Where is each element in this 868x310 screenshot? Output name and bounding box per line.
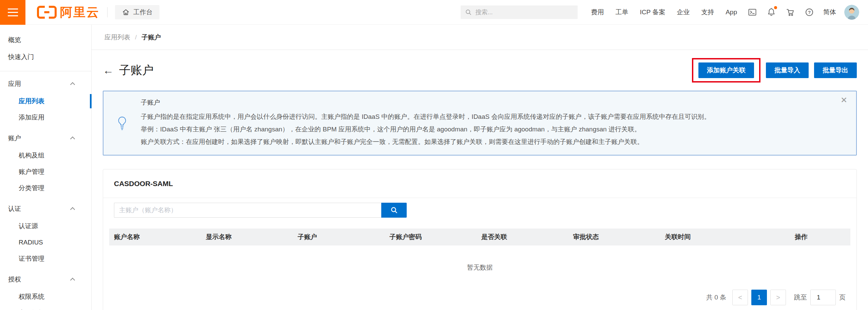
global-search-input[interactable] [476,9,574,16]
topbar-nav-item[interactable]: App [726,8,737,16]
pagination-jump-label: 跳至 [794,293,807,302]
table-header-cell: 账户名称 [109,233,201,241]
aliyun-logo-text: 阿里云 [60,4,100,21]
sidebar-item[interactable]: 证书管理 [0,251,91,267]
workbench-button[interactable]: 工作台 [115,5,159,19]
pagination-next-button[interactable]: > [770,290,786,305]
pagination-prev-button[interactable]: < [732,290,748,305]
global-search[interactable] [461,5,578,19]
account-search-bar [114,203,846,218]
close-icon[interactable]: ✕ [841,96,847,104]
sidebar-item[interactable]: 分类管理 [0,180,91,196]
search-button[interactable] [381,203,407,218]
lightbulb-icon [117,116,127,130]
sidebar-item[interactable]: 账户管理 [0,164,91,180]
table-header-cell: 子账户密码 [385,233,477,241]
language-switch[interactable]: 简体 [823,8,836,17]
sidebar-item[interactable]: 账户 [0,129,91,147]
sidebar-item-label: 应用列表 [19,97,44,106]
sidebar-item[interactable]: 应用授权 [0,305,91,310]
sidebar-item-label: 权限系统 [19,292,44,301]
sidebar-item[interactable]: RADIUS [0,234,91,251]
info-banner-line: 举例：IDaaS 中有主账户 张三（用户名 zhangsan），在企业的 BPM… [141,123,836,135]
sidebar-item[interactable]: 机构及组 [0,147,91,164]
batch-import-button[interactable]: 批量导入 [766,62,809,78]
sidebar-item-label: 授权 [8,275,21,284]
sidebar-item-label: 概览 [8,36,21,44]
application-card: CASDOOR-SAML 账户名称显示名称子账户子账户密码是否关联审批状态关联时… [103,169,857,310]
hamburger-menu-icon[interactable] [0,0,25,25]
sidebar-item-label: 认证源 [19,222,38,231]
table-header-cell: 是否关联 [477,233,568,241]
aliyun-logo-icon [37,6,57,19]
sidebar-item[interactable]: 添加应用 [0,109,91,126]
user-avatar[interactable] [844,5,859,20]
topbar-nav-item[interactable]: 支持 [701,8,714,17]
sidebar-item-label: 分类管理 [19,184,44,193]
notification-badge [774,6,777,9]
sidebar-item-label: RADIUS [19,239,43,246]
topbar-nav-item[interactable]: 费用 [591,8,604,17]
sidebar-item[interactable]: 认证 [0,200,91,218]
workbench-label: 工作台 [133,8,153,17]
info-banner: 子账户 子账户指的是在指定应用系统中，用户会以什么身份进行访问。主账户指的是 I… [103,91,857,156]
info-banner-title: 子账户 [141,98,836,107]
topbar-icons: ? [747,7,814,17]
batch-export-button[interactable]: 批量导出 [814,62,857,78]
cart-icon[interactable] [785,7,795,17]
breadcrumb-parent[interactable]: 应用列表 [104,33,130,42]
sidebar: 概览 快速入门 应用 应用列表 添加应用 账户 [0,25,92,310]
info-banner-line: 子账户指的是在指定应用系统中，用户会以什么身份进行访问。主账户指的是 IDaaS… [141,110,836,123]
pagination-page-unit: 页 [839,293,846,302]
pagination-total: 共 0 条 [706,293,726,302]
sidebar-item-label: 认证 [8,204,21,213]
sidebar-item-label: 账户 [8,134,21,143]
search-icon [465,8,472,16]
home-icon [122,8,130,16]
table-header-cell: 操作 [752,233,850,241]
sidebar-item-label: 应用授权 [19,309,44,310]
svg-text:?: ? [808,10,811,15]
topbar-nav-item[interactable]: 企业 [677,8,690,17]
sidebar-item[interactable]: 应用 [0,75,91,93]
table-empty-state: 暂无数据 [114,245,846,290]
sidebar-item[interactable]: 授权 [0,270,91,289]
sidebar-item[interactable]: 应用列表 [0,93,91,109]
pagination-current-page[interactable]: 1 [751,290,767,305]
page-header: ← 子账户 添加账户关联 批量导入 批量导出 [103,50,857,91]
notifications-bell-icon[interactable] [766,7,776,17]
topbar-nav-item[interactable]: 工单 [616,8,629,17]
pagination: 共 0 条 < 1 > 跳至 页 [114,290,846,310]
red-annotation-highlight: 添加账户关联 [692,58,760,83]
table-header-cell: 关联时间 [660,233,752,241]
application-name: CASDOOR-SAML [114,169,846,198]
search-icon [390,206,399,215]
topbar-nav: 费用工单ICP 备案企业支持App [591,8,737,17]
aliyun-logo[interactable]: 阿里云 [37,4,100,21]
help-icon[interactable]: ? [804,7,814,17]
page-title: 子账户 [119,62,154,78]
breadcrumb: 应用列表 / 子账户 [92,25,868,50]
sidebar-item[interactable]: 概览 [0,32,91,49]
pagination-jump-input[interactable] [810,290,836,305]
chevron-up-icon [70,207,75,212]
sidebar-item-label: 证书管理 [19,254,44,263]
divider [103,198,856,198]
topbar-nav-item[interactable]: ICP 备案 [640,8,666,17]
main-content: 应用列表 / 子账户 ← 子账户 添加账户关联 批量导入 批量导出 [92,25,868,310]
sidebar-item[interactable]: 认证源 [0,218,91,234]
add-account-link-button[interactable]: 添加账户关联 [698,62,754,78]
back-arrow-icon[interactable]: ← [103,65,114,76]
sidebar-item[interactable] [0,71,91,71]
sidebar-item[interactable]: 权限系统 [0,289,91,305]
sidebar-item-label: 账户管理 [19,167,44,176]
topbar: 阿里云 工作台 费用工单ICP 备案企业支持App [0,0,868,25]
divider [107,7,108,17]
primary-account-search-input[interactable] [114,203,381,218]
table-header-cell: 审批状态 [568,233,660,241]
console-terminal-icon[interactable] [747,7,757,17]
table-header-row: 账户名称显示名称子账户子账户密码是否关联审批状态关联时间操作 [109,229,850,245]
sidebar-item[interactable]: 快速入门 [0,49,91,66]
table-header-cell: 显示名称 [201,233,293,241]
sidebar-item-label: 添加应用 [19,113,44,122]
